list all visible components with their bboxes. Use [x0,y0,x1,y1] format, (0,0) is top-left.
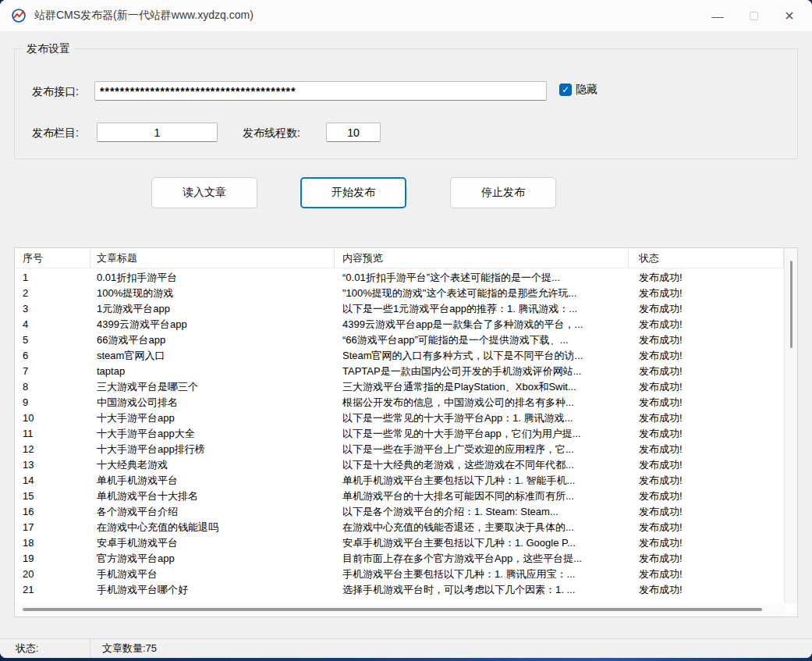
table-cell: taptap [90,364,335,379]
table-cell: 16 [15,504,90,520]
table-cell: 21 [15,582,90,598]
table-cell: 1 [15,270,90,286]
vertical-scrollbar[interactable] [784,248,797,603]
table-cell: 11 [15,426,90,442]
table-row[interactable]: 8三大游戏平台是哪三个三大游戏平台通常指的是PlayStation、Xbox和S… [15,379,784,395]
table-cell: 100%提现的游戏 [90,286,335,301]
table-row[interactable]: 14单机手机游戏平台单机手机游戏平台主要包括以下几种：1. 智能手机...发布成… [15,473,784,489]
start-publish-button[interactable]: 开始发布 [300,177,406,208]
table-row[interactable]: 10.01折扣手游平台“0.01折扣手游平台”这个表述可能指的是一个提...发布… [15,270,784,286]
table-row[interactable]: 18安卓手机游戏平台安卓手机游戏平台主要包括以下几种：1. Google P..… [15,535,784,551]
column-input[interactable]: 1 [97,123,218,142]
table-row[interactable]: 12十大手游平台app排行榜以下是一些在手游平台上广受欢迎的应用程序，它...发… [15,442,784,457]
article-count: 文章数量:75 [90,641,157,656]
threads-label: 发布线程数: [243,126,300,140]
table-cell: 安卓手机游戏平台主要包括以下几种：1. Google P... [335,535,629,551]
table-cell: 发布成功! [629,442,784,457]
table-cell: 发布成功! [629,567,784,582]
horizontal-scrollbar-thumb[interactable] [23,608,762,611]
hide-checkbox-wrap[interactable]: ✓ 隐藏 [559,83,597,97]
interface-input[interactable]: *************************************** [94,81,547,101]
table-cell: 根据公开发布的信息，中国游戏公司的排名有多种... [335,395,629,410]
table-cell: 单机手机游戏平台 [90,473,335,489]
table-cell: 发布成功! [629,582,784,598]
table-cell: 3 [15,301,90,317]
table-row[interactable]: 2100%提现的游戏"100%提现的游戏"这个表述可能指的是那些允许玩...发布… [15,286,784,301]
horizontal-scrollbar[interactable] [15,603,784,617]
table-cell: 发布成功! [629,332,784,348]
table-cell: 发布成功! [629,473,784,489]
minimize-button[interactable]: — [700,0,736,31]
group-title: 发布设置 [23,42,74,56]
table-cell: 发布成功! [629,348,784,364]
header-preview[interactable]: 内容预览 [335,248,629,268]
table-row[interactable]: 15单机游戏平台十大排名单机游戏平台的十大排名可能因不同的标准而有所...发布成… [15,489,784,504]
table-cell: 手机游戏平台 [90,567,335,582]
table-cell: 单机游戏平台的十大排名可能因不同的标准而有所... [335,489,629,504]
table-cell: 十大手游平台app大全 [90,426,335,442]
interface-label: 发布接口: [32,85,79,99]
table-cell: 以下是一些常见的十大手游平台App：1. 腾讯游戏... [335,410,629,426]
table-cell: 发布成功! [629,270,784,286]
table-cell: 以下是一些在手游平台上广受欢迎的应用程序，它... [335,442,629,457]
table-cell: 发布成功! [629,504,784,520]
threads-input[interactable]: 10 [326,123,381,142]
table-cell: 0.01折扣手游平台 [90,270,335,286]
table-row[interactable]: 16各个游戏平台介绍以下是各个游戏平台的介绍：1. Steam: Steam..… [15,504,784,520]
table-row[interactable]: 11十大手游平台app大全以下是一些常见的十大手游平台app，它们为用户提...… [15,426,784,442]
status-label: 状态: [0,641,90,656]
table-cell: 以下是各个游戏平台的介绍：1. Steam: Steam... [335,504,629,520]
header-status[interactable]: 状态 [629,248,784,268]
close-button[interactable]: ✕ [771,0,807,31]
table-cell: “66游戏平台app”可能指的是一个提供游戏下载、... [335,332,629,348]
hide-checkbox[interactable]: ✓ [559,84,572,96]
table-cell: 以下是一些常见的十大手游平台app，它们为用户提... [335,426,629,442]
table-row[interactable]: 21手机游戏平台哪个好选择手机游戏平台时，可以考虑以下几个因素：1. ...发布… [15,582,784,598]
table-cell: 在游戏中心充值的钱能否退还，主要取决于具体的... [335,520,629,535]
table-cell: 4399云游戏平台app是一款集合了多种游戏的平台，... [335,317,629,332]
table-row[interactable]: 6steam官网入口Steam官网的入口有多种方式，以下是不同平台的访...发布… [15,348,784,364]
table-row[interactable]: 10十大手游平台app以下是一些常见的十大手游平台App：1. 腾讯游戏...发… [15,410,784,426]
read-articles-button[interactable]: 读入文章 [151,177,257,208]
maximize-button[interactable] [736,0,771,31]
table-cell: 十大手游平台app [90,410,335,426]
table-cell: 发布成功! [629,379,784,395]
table-cell: 7 [15,364,90,379]
header-title[interactable]: 文章标题 [90,248,335,268]
table-row[interactable]: 44399云游戏平台app4399云游戏平台app是一款集合了多种游戏的平台，.… [15,317,784,332]
table-cell: 发布成功! [629,301,784,317]
table-cell: 在游戏中心充值的钱能退吗 [90,520,335,535]
table-cell: steam官网入口 [90,348,335,364]
table-cell: 9 [15,395,90,410]
stop-publish-button[interactable]: 停止发布 [450,177,556,208]
table-row[interactable]: 19官方游戏平台app目前市面上存在多个官方游戏平台App，这些平台提...发布… [15,551,784,567]
table-row[interactable]: 7taptapTAPTAP是一款由国内公司开发的手机游戏评价网站...发布成功! [15,364,784,379]
table-cell: 单机游戏平台十大排名 [90,489,335,504]
table-cell: 14 [15,473,90,489]
hide-checkbox-label: 隐藏 [576,83,597,97]
table-row[interactable]: 20手机游戏平台手机游戏平台主要包括以下几种：1. 腾讯应用宝：...发布成功! [15,567,784,582]
header-index[interactable]: 序号 [15,248,90,268]
table-cell: 十大经典老游戏 [90,457,335,473]
maximize-icon [750,12,758,20]
table-row[interactable]: 566游戏平台app“66游戏平台app”可能指的是一个提供游戏下载、...发布… [15,332,784,348]
table-cell: 以下是十大经典的老游戏，这些游戏在不同年代都... [335,457,629,473]
table-cell: 6 [15,348,90,364]
table-cell: 三大游戏平台通常指的是PlayStation、Xbox和Swit... [335,379,629,395]
table-cell: 十大手游平台app排行榜 [90,442,335,457]
minimize-icon: — [712,9,724,23]
table-body: 10.01折扣手游平台“0.01折扣手游平台”这个表述可能指的是一个提...发布… [15,270,784,603]
table-row[interactable]: 9中国游戏公司排名根据公开发布的信息，中国游戏公司的排名有多种...发布成功! [15,395,784,410]
table-cell: 1元游戏平台app [90,301,335,317]
table-cell: 发布成功! [629,535,784,551]
table-cell: 发布成功! [629,426,784,442]
table-row[interactable]: 17在游戏中心充值的钱能退吗在游戏中心充值的钱能否退还，主要取决于具体的...发… [15,520,784,535]
vertical-scrollbar-thumb[interactable] [790,261,792,348]
table-cell: 以下是一些1元游戏平台app的推荐：1. 腾讯游戏：... [335,301,629,317]
checkmark-icon: ✓ [562,84,569,95]
table-cell: 2 [15,286,90,301]
table-row[interactable]: 13十大经典老游戏以下是十大经典的老游戏，这些游戏在不同年代都...发布成功! [15,457,784,473]
table-cell: 17 [15,520,90,535]
table-row[interactable]: 31元游戏平台app以下是一些1元游戏平台app的推荐：1. 腾讯游戏：...发… [15,301,784,317]
table-cell: 发布成功! [629,395,784,410]
